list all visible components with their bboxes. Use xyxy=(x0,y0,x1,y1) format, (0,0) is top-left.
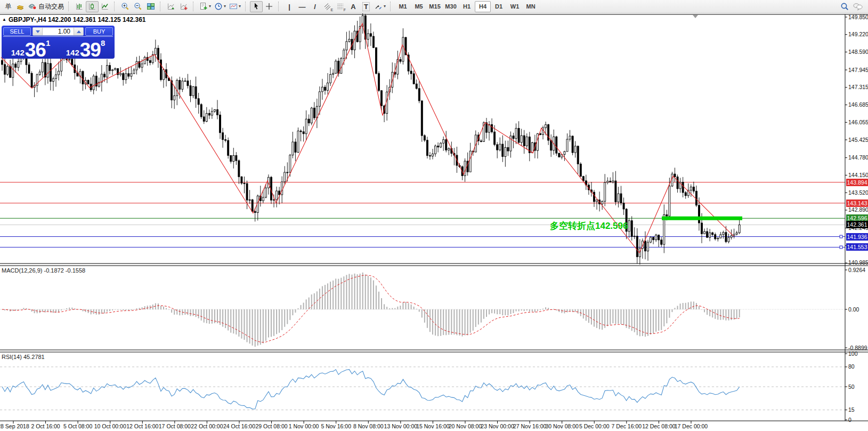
price-axis-label: 140.985 xyxy=(848,259,868,266)
horizontal-line-tool[interactable]: — xyxy=(296,1,309,12)
tile-windows-button[interactable] xyxy=(144,1,157,12)
price-axis-label: 144.780 xyxy=(848,154,868,161)
gold-button[interactable] xyxy=(14,1,27,12)
rsi-axis-label: 15 xyxy=(848,406,855,413)
timeframe-button-w1[interactable]: W1 xyxy=(507,1,523,12)
line-chart-icon xyxy=(101,2,109,11)
candlestick-button[interactable] xyxy=(86,1,99,12)
toolbar-separator xyxy=(245,2,248,11)
price-axis-label: 142.890 xyxy=(848,206,868,213)
price-axis-label: 143.520 xyxy=(848,189,868,196)
tile-windows-icon xyxy=(147,2,155,11)
toolbar-separator xyxy=(114,2,117,11)
symbol-period-label: GBPJPY-,H4 xyxy=(9,16,46,23)
price-axis-label: 145.425 xyxy=(848,137,868,143)
arrows-tool[interactable]: ▾ xyxy=(372,1,387,12)
caret-down-icon xyxy=(36,30,40,33)
one-click-trading-panel: SELL 1.00 BUY 142361 142398 xyxy=(2,26,115,59)
timeframe-button-mn[interactable]: MN xyxy=(523,1,539,12)
chart-ohlc-title: ▲GBPJPY-,H4 142.200 142.361 142.125 142.… xyxy=(2,16,145,23)
vertical-line-tool[interactable]: | xyxy=(283,1,296,12)
trendline-icon: / xyxy=(314,3,316,11)
volume-stepper[interactable]: 1.00 xyxy=(33,27,84,36)
text-label-tool[interactable]: T xyxy=(360,1,372,12)
bar-chart-icon xyxy=(75,2,84,11)
autotrade-button[interactable]: 自动交易 xyxy=(27,1,66,12)
template-button[interactable]: ▾ xyxy=(228,1,242,12)
indicator-add-button[interactable] xyxy=(177,1,190,12)
autotrade-label: 自动交易 xyxy=(38,2,64,11)
toolbar-separator xyxy=(160,2,163,11)
bar-chart-button[interactable] xyxy=(73,1,86,12)
vertical-line-icon: | xyxy=(288,3,290,11)
equidistant-channel-tool[interactable]: E xyxy=(321,1,334,12)
timeframe-button-m5[interactable]: M5 xyxy=(411,1,427,12)
text-tool[interactable]: A xyxy=(347,1,360,12)
toolbar-separator xyxy=(193,2,196,11)
price-badge: 141.936 xyxy=(846,233,868,241)
period-button[interactable]: ▾ xyxy=(213,1,228,12)
toolbar-right-group xyxy=(838,1,865,12)
price-axis-label: 146.055 xyxy=(848,119,868,125)
volume-input[interactable]: 1.00 xyxy=(43,28,74,35)
sell-price[interactable]: 142361 xyxy=(3,36,58,59)
gold-icon xyxy=(16,2,25,11)
timeframe-button-h4[interactable]: H4 xyxy=(475,1,491,12)
trendline-tool[interactable]: / xyxy=(309,1,321,12)
zoom-out-icon xyxy=(134,2,142,11)
timeframe-button-d1[interactable]: D1 xyxy=(491,1,507,12)
macd-axis-label: 0.9264 xyxy=(848,267,865,273)
zoom-out-button[interactable] xyxy=(132,1,144,12)
buy-price[interactable]: 142398 xyxy=(58,36,113,59)
price-axis-label: 147.315 xyxy=(848,84,868,90)
chat-icon xyxy=(853,2,863,11)
chevron-down-icon: ▾ xyxy=(239,4,241,9)
timeframe-button-m15[interactable]: M15 xyxy=(427,1,443,12)
new-order-label: 单 xyxy=(5,2,12,11)
timeframe-button-m30[interactable]: M30 xyxy=(443,1,459,12)
price-badge: 143.143 xyxy=(846,199,868,207)
timeframe-button-h1[interactable]: H1 xyxy=(459,1,475,12)
search-button[interactable] xyxy=(838,1,851,12)
price-badge: 141.553 xyxy=(846,243,868,251)
new-chart-button[interactable]: ▾ xyxy=(198,1,213,12)
period-icon xyxy=(214,2,223,11)
candlestick-icon xyxy=(88,2,96,11)
channel-sub-label: E xyxy=(330,8,333,12)
timeframe-button-m1[interactable]: M1 xyxy=(395,1,411,12)
indicator-window-icon xyxy=(167,2,175,11)
sell-button[interactable]: SELL xyxy=(3,27,31,36)
one-click-panel-toggle-icon[interactable]: ▲ xyxy=(2,17,6,22)
macd-axis-label: 0.00 xyxy=(848,306,859,313)
rsi-axis-label: 0 xyxy=(848,417,851,423)
crosshair-button[interactable] xyxy=(263,1,275,12)
template-icon xyxy=(229,2,238,11)
toolbar-separator xyxy=(278,2,281,11)
new-order-button[interactable]: 单 xyxy=(1,1,14,12)
zoom-in-button[interactable] xyxy=(119,1,132,12)
line-chart-button[interactable] xyxy=(99,1,111,12)
cursor-button[interactable] xyxy=(250,1,263,12)
price-badge: 142.361 xyxy=(846,221,868,228)
mt4-window: 单 自动交易 xyxy=(0,0,868,431)
buy-button[interactable]: BUY xyxy=(85,27,113,36)
chat-button[interactable] xyxy=(851,1,865,12)
timeframe-group: M1M5M15M30H1H4D1W1MN xyxy=(395,1,539,12)
volume-decrease-button[interactable] xyxy=(33,28,43,35)
chevron-down-icon: ▾ xyxy=(224,4,226,9)
volume-increase-button[interactable] xyxy=(74,28,83,35)
price-badge: 143.894 xyxy=(846,179,868,186)
macd-indicator-label: MACD(12,26,9) -0.1872 -0.1558 xyxy=(2,267,85,274)
toolbar-separator xyxy=(68,2,71,11)
indicator-window-button[interactable] xyxy=(165,1,177,12)
fibonacci-tool[interactable]: F xyxy=(334,1,347,12)
toolbar-separator xyxy=(390,2,393,11)
crosshair-icon xyxy=(265,2,273,11)
indicator-add-icon xyxy=(180,2,188,11)
price-axis-label: 149.850 xyxy=(848,14,868,20)
chevron-down-icon: ▾ xyxy=(209,4,211,9)
chart-canvas[interactable] xyxy=(0,13,868,431)
price-axis-label: 148.590 xyxy=(848,49,868,55)
toolbar: 单 自动交易 xyxy=(0,0,868,13)
chevron-down-icon: ▾ xyxy=(384,4,386,9)
